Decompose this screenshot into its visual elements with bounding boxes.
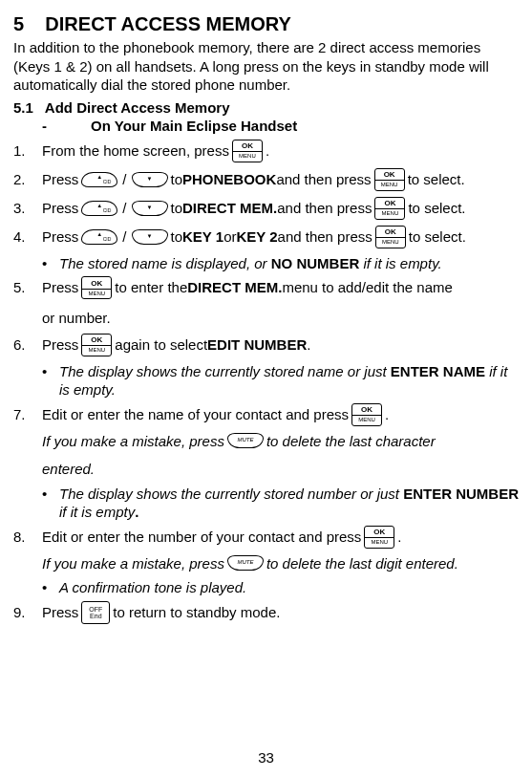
step-5: 5. Press OKMENU to enter the DIRECT MEM.… [13, 276, 519, 299]
step-4: 4. Press / to KEY 1 or KEY 2 and then pr… [13, 226, 519, 248]
step-number: 4. [13, 227, 42, 247]
step-7-mistake-cont: entered. [42, 460, 519, 479]
step-6-note: • The display shows the currently stored… [42, 362, 519, 399]
section-number: 5 [13, 13, 24, 34]
step-8-mistake: If you make a mistake, press MUTE to del… [42, 554, 519, 573]
page-number: 33 [13, 748, 519, 767]
step-text: and then press [277, 199, 372, 218]
key2-label: KEY 2 [236, 227, 277, 247]
directmem-label: DIRECT MEM. [187, 278, 282, 297]
step-text: to [171, 199, 183, 218]
bullet-text: The stored name is displayed, or NO NUMB… [59, 254, 519, 273]
mistake-text: to delete the last digit entered. [266, 554, 458, 573]
up-arrow-button-icon [81, 229, 117, 245]
step-text: Press [42, 335, 78, 355]
bullet-icon: • [42, 485, 59, 522]
bullet-icon: • [42, 362, 59, 399]
step-text: . [307, 335, 310, 355]
step-text: Edit or enter the number of your contact… [42, 528, 361, 547]
step-8-note: • A confirmation tone is played. [42, 578, 519, 597]
step-number: 8. [13, 528, 42, 547]
step-number: 3. [13, 199, 42, 218]
ok-menu-button-icon: OKMENU [375, 226, 406, 248]
step-text: Edit or enter the name of your contact a… [42, 405, 349, 424]
mistake-text: entered. [42, 460, 95, 479]
step-number: 7. [13, 405, 42, 424]
step-text: to select. [409, 227, 466, 247]
step-text: to select. [408, 170, 465, 189]
ok-menu-button-icon: OKMENU [351, 403, 382, 426]
mistake-text: If you make a mistake, press [42, 554, 224, 573]
directmem-label: DIRECT MEM. [182, 199, 277, 218]
step-8: 8. Edit or enter the number of your cont… [13, 526, 519, 549]
handset-heading: - On Your Main Eclipse Handset [13, 117, 519, 136]
slash: / [122, 170, 126, 189]
mistake-text: If you make a mistake, press [42, 432, 224, 451]
slash: / [122, 199, 126, 218]
step-text: . [266, 141, 269, 161]
mute-button-icon: MUTE [227, 433, 264, 448]
up-arrow-button-icon [81, 172, 117, 187]
step-text: and then press [278, 227, 372, 247]
step-number: 1. [13, 141, 42, 161]
step-text: . [397, 528, 401, 547]
mistake-text: to delete the last character [266, 432, 436, 451]
step-text: to select. [408, 199, 465, 218]
dash: - [13, 117, 67, 136]
step-5-continuation: or number. [42, 309, 519, 328]
step-text: to [171, 227, 183, 247]
ok-menu-button-icon: OKMENU [364, 526, 394, 549]
subsection-number: 5.1 [13, 99, 33, 116]
subsection-title: Add Direct Access Memory [45, 99, 230, 116]
step-text: . [385, 405, 389, 424]
ok-menu-button-icon: OKMENU [81, 334, 112, 356]
step-number: 9. [13, 603, 42, 622]
phonebook-label: PHONEBOOK [182, 170, 276, 189]
ok-menu-button-icon: OKMENU [81, 276, 112, 299]
down-arrow-button-icon [132, 172, 168, 187]
ok-menu-button-icon: OKMENU [374, 168, 405, 191]
mute-button-icon: MUTE [227, 555, 264, 571]
down-arrow-button-icon [132, 229, 168, 245]
intro-paragraph: In addition to the phonebook memory, the… [13, 38, 519, 95]
subsection-heading: 5.1 Add Direct Access Memory [13, 98, 519, 118]
up-arrow-button-icon [81, 201, 117, 216]
step-6: 6. Press OKMENU again to select EDIT NUM… [13, 334, 519, 356]
bullet-icon: • [42, 254, 59, 273]
step-2: 2. Press / to PHONEBOOK and then press O… [13, 168, 519, 191]
step-text: Press [42, 227, 78, 247]
step-number: 2. [13, 170, 42, 189]
step-text: Press [42, 199, 78, 218]
step-7-mistake: If you make a mistake, press MUTE to del… [42, 432, 519, 451]
step-text: Press [42, 170, 78, 189]
step-text: and then press [276, 170, 371, 189]
step-7: 7. Edit or enter the name of your contac… [13, 403, 519, 426]
handset-title: On Your Main Eclipse Handset [91, 118, 297, 134]
step-text: to return to standby mode. [113, 603, 280, 622]
key1-label: KEY 1 [182, 227, 223, 247]
bullet-text: The display shows the currently stored n… [59, 362, 519, 399]
step-3: 3. Press / to DIRECT MEM. and then press… [13, 197, 519, 220]
step-number: 5. [13, 278, 42, 297]
step-text: to [171, 170, 183, 189]
step-text: or [223, 227, 236, 247]
step-9: 9. Press OFFEnd to return to standby mod… [13, 601, 519, 624]
step-number: 6. [13, 335, 42, 355]
step-7-note: • The display shows the currently stored… [42, 485, 519, 522]
step-text: Press [42, 603, 78, 622]
ok-menu-button-icon: OKMENU [232, 140, 263, 162]
section-heading: 5 DIRECT ACCESS MEMORY [13, 11, 519, 36]
step-text: From the home screen, press [42, 141, 229, 161]
step-text: or number. [42, 309, 111, 328]
section-title: DIRECT ACCESS MEMORY [45, 13, 290, 34]
step-text: to enter the [115, 278, 187, 297]
step-text: Press [42, 278, 78, 297]
bullet-text: A confirmation tone is played. [59, 578, 519, 597]
step-1: 1. From the home screen, press OKMENU . [13, 140, 519, 162]
editnumber-label: EDIT NUMBER [207, 335, 307, 355]
step-4-note: • The stored name is displayed, or NO NU… [42, 254, 519, 273]
ok-menu-button-icon: OKMENU [374, 197, 405, 220]
bullet-icon: • [42, 578, 59, 597]
off-end-button-icon: OFFEnd [81, 601, 110, 624]
step-text: menu to add/edit the name [282, 278, 452, 297]
